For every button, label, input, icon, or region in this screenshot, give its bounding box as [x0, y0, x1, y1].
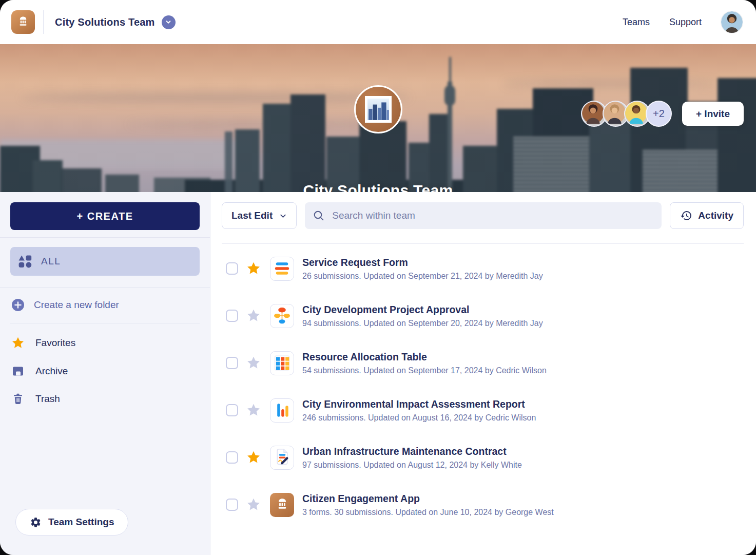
sidebar-item-trash[interactable]: Trash	[0, 385, 210, 413]
plus-circle-icon	[11, 298, 25, 312]
list-item: Resource Allocation Table 54 submissions…	[222, 339, 744, 387]
row-checkbox[interactable]	[226, 404, 238, 416]
list-item: Citizen Engagement App 3 forms. 30 submi…	[222, 481, 744, 528]
team-settings-button[interactable]: Team Settings	[15, 509, 128, 535]
activity-label: Activity	[698, 210, 733, 221]
sidebar-item-favorites[interactable]: Favorites	[0, 329, 210, 357]
top-bar: City Solutions Team Teams Support	[0, 0, 756, 44]
teams-workspace-window: City Solutions Team Teams Support	[0, 0, 756, 555]
table-grid-icon	[270, 351, 294, 375]
header-divider	[43, 10, 44, 34]
favorite-star-icon[interactable]	[246, 309, 261, 323]
item-title[interactable]: Service Request Form	[302, 257, 543, 269]
asset-list: Service Request Form 26 submissions. Upd…	[222, 244, 744, 528]
sidebar-divider	[0, 237, 210, 238]
sidebar-folder-all[interactable]: ALL	[10, 247, 200, 276]
create-folder-label: Create a new folder	[34, 299, 119, 311]
list-item: Urban Infrastructure Maintenance Contrac…	[222, 434, 744, 481]
favorite-star-icon[interactable]	[246, 261, 261, 276]
sidebar-item-archive[interactable]: Archive	[0, 357, 210, 385]
sidebar-folder-all-label: ALL	[41, 256, 61, 267]
trash-icon	[12, 393, 24, 405]
member-avatar-1-image	[582, 102, 604, 124]
invite-button[interactable]: + Invite	[682, 102, 744, 126]
favorite-star-icon[interactable]	[246, 450, 261, 465]
item-meta: 94 submissions. Updated on September 20,…	[302, 319, 543, 328]
favorite-star-icon[interactable]	[246, 356, 261, 370]
main-panel: Last Edit Activity	[210, 192, 756, 555]
team-switcher-button[interactable]	[162, 15, 176, 29]
row-checkbox[interactable]	[226, 310, 238, 322]
nav-teams-link[interactable]: Teams	[623, 17, 650, 28]
search-input[interactable]	[331, 209, 653, 222]
member-avatar-3-image	[625, 102, 647, 124]
sort-dropdown[interactable]: Last Edit	[222, 202, 297, 229]
create-button[interactable]: + CREATE	[10, 202, 200, 230]
item-title[interactable]: City Environmental Impact Assessment Rep…	[302, 398, 536, 410]
team-search	[305, 202, 662, 229]
item-title[interactable]: Urban Infrastructure Maintenance Contrac…	[302, 446, 522, 457]
team-title: City Solutions Team	[0, 182, 756, 192]
sidebar-item-label: Archive	[35, 366, 68, 377]
approval-flow-icon	[270, 304, 294, 328]
chevron-down-icon	[164, 17, 173, 27]
row-checkbox[interactable]	[226, 499, 238, 511]
activity-button[interactable]: Activity	[670, 202, 744, 229]
create-folder-button[interactable]: Create a new folder	[0, 288, 210, 323]
item-meta: 26 submissions. Updated on September 21,…	[302, 272, 543, 281]
team-avatar-image	[365, 96, 392, 123]
sign-document-icon	[270, 446, 294, 470]
sort-dropdown-label: Last Edit	[231, 210, 273, 221]
item-title[interactable]: Resource Allocation Table	[302, 351, 547, 363]
row-checkbox[interactable]	[226, 357, 238, 369]
extra-members-badge[interactable]: +2	[646, 101, 672, 127]
app-logo[interactable]	[11, 10, 35, 34]
gear-icon	[30, 516, 42, 528]
user-avatar-image	[721, 11, 743, 33]
item-title[interactable]: Citizen Engagement App	[302, 493, 554, 505]
clock-history-icon	[680, 209, 692, 222]
team-settings-label: Team Settings	[48, 516, 114, 528]
bank-building-icon	[15, 14, 31, 30]
bar-chart-icon	[270, 398, 294, 423]
sidebar-item-label: Trash	[35, 393, 60, 405]
item-title[interactable]: City Development Project Approval	[302, 304, 543, 316]
sidebar: + CREATE ALL Create a new folder	[0, 192, 210, 555]
sidebar-item-label: Favorites	[35, 337, 75, 349]
item-meta: 97 submissions. Updated on August 12, 20…	[302, 461, 522, 470]
favorite-star-icon[interactable]	[246, 403, 261, 417]
row-checkbox[interactable]	[226, 451, 238, 464]
item-meta: 3 forms. 30 submissions. Updated on June…	[302, 508, 554, 517]
app-bank-icon	[270, 493, 294, 517]
user-avatar[interactable]	[721, 11, 743, 33]
row-checkbox[interactable]	[226, 262, 238, 275]
list-item: City Development Project Approval 94 sub…	[222, 292, 744, 339]
item-meta: 246 submissions. Updated on August 16, 2…	[302, 413, 536, 423]
team-cover-banner: City Solutions Team +2	[0, 44, 756, 192]
archive-icon	[12, 365, 24, 377]
list-item: City Environmental Impact Assessment Rep…	[222, 387, 744, 434]
favorite-star-icon[interactable]	[246, 497, 261, 512]
shapes-grid-icon	[18, 254, 32, 269]
team-avatar[interactable]	[354, 85, 402, 133]
member-avatar-2-image	[604, 102, 626, 124]
star-icon	[11, 336, 25, 350]
form-icon	[270, 257, 294, 281]
team-name-label: City Solutions Team	[55, 16, 155, 28]
item-meta: 54 submissions. Updated on September 17,…	[302, 366, 547, 375]
search-icon	[313, 210, 324, 221]
nav-support-link[interactable]: Support	[669, 17, 702, 28]
chevron-down-icon	[279, 212, 287, 220]
list-item: Service Request Form 26 submissions. Upd…	[222, 245, 744, 292]
